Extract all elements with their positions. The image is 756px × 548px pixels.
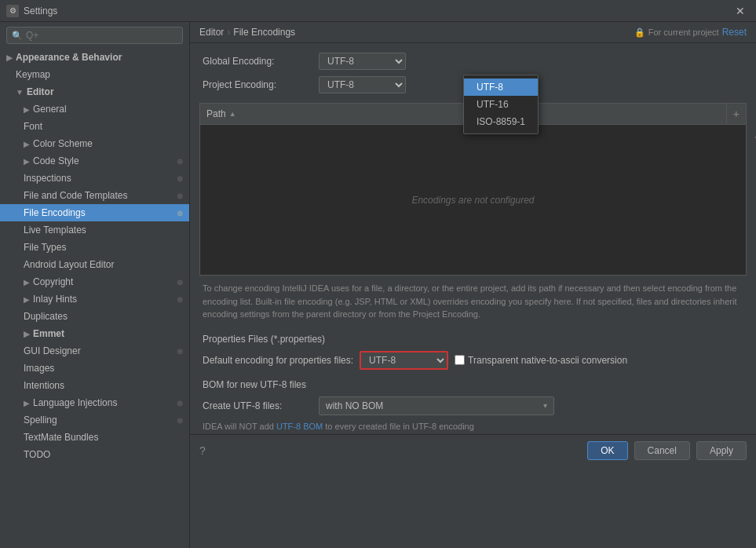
bom-create-row: Create UTF-8 files: with NO BOM ▾ <box>190 393 756 418</box>
close-button[interactable]: ✕ <box>731 3 750 19</box>
sidebar-item-color-scheme[interactable]: ▶ Color Scheme <box>0 135 189 152</box>
bom-section-title: BOM for new UTF-8 files <box>190 373 756 393</box>
bom-link[interactable]: UTF-8 BOM <box>276 422 323 431</box>
bom-create-select-wrapper[interactable]: with NO BOM ▾ <box>319 396 554 415</box>
properties-encoding-select-wrapper: UTF-8 UTF-16 ISO-8859-1 <box>360 351 448 370</box>
breadcrumb-parent: Editor <box>199 27 224 38</box>
popup-option-utf16[interactable]: UTF-16 <box>464 96 538 113</box>
bom-note-prefix: IDEA will NOT add <box>203 422 276 431</box>
chevron-down-icon: ▾ <box>543 401 547 410</box>
transparent-checkbox-row: Transparent native-to-ascii conversion <box>455 355 627 366</box>
transparent-label: Transparent native-to-ascii conversion <box>468 355 627 366</box>
th-path: Path ▲ <box>200 104 463 123</box>
search-icon: 🔍 <box>12 31 23 41</box>
sidebar-item-language-injections[interactable]: ▶ Language Injections ⊕ <box>0 394 189 411</box>
sidebar-item-appearance[interactable]: ▶ Appearance & Behavior <box>0 49 189 66</box>
sidebar-item-copyright[interactable]: ▶ Copyright ⊕ <box>0 273 189 290</box>
info-text: To change encoding IntelliJ IDEA uses fo… <box>190 276 756 327</box>
transparent-checkbox[interactable] <box>455 355 465 365</box>
global-encoding-row: Global Encoding: UTF-8 UTF-16 ISO-8859-1 <box>203 53 743 70</box>
app-icon: ⚙ <box>6 5 19 17</box>
global-encoding-label: Global Encoding: <box>203 56 312 67</box>
bom-note: IDEA will NOT add UTF-8 BOM to every cre… <box>190 418 756 434</box>
sidebar: 🔍 ▶ Appearance & Behavior Keymap ▼ Edito… <box>0 22 190 548</box>
sidebar-item-gui-designer[interactable]: GUI Designer ⊕ <box>0 342 189 360</box>
sidebar-item-images[interactable]: Images <box>0 360 189 377</box>
properties-encoding-select[interactable]: UTF-8 UTF-16 ISO-8859-1 <box>361 353 447 368</box>
sidebar-item-file-encodings[interactable]: File Encodings ⊕ <box>0 204 189 221</box>
bom-create-value: with NO BOM <box>326 400 383 411</box>
nav-tree: ▶ Appearance & Behavior Keymap ▼ Editor … <box>0 49 189 548</box>
add-encoding-button[interactable]: + <box>726 104 746 124</box>
default-encoding-label: Default encoding for properties files: <box>203 355 353 366</box>
sidebar-item-general[interactable]: ▶ General <box>0 100 189 118</box>
project-indicator-text: For current project <box>648 27 719 37</box>
cancel-button[interactable]: Cancel <box>634 441 690 460</box>
search-input[interactable] <box>26 30 177 41</box>
bottom-bar: ? OK Cancel Apply <box>190 434 756 466</box>
sidebar-item-keymap[interactable]: Keymap <box>0 66 189 83</box>
global-encoding-select[interactable]: UTF-8 UTF-16 ISO-8859-1 <box>319 53 406 70</box>
titlebar: ⚙ Settings ✕ <box>0 0 756 22</box>
search-box[interactable]: 🔍 <box>6 27 183 44</box>
bom-create-label: Create UTF-8 files: <box>203 400 312 411</box>
empty-message: Encodings are not configured <box>411 195 534 206</box>
properties-encoding-row: Default encoding for properties files: U… <box>190 348 756 373</box>
sidebar-item-intentions[interactable]: Intentions <box>0 377 189 394</box>
sidebar-item-inlay-hints[interactable]: ▶ Inlay Hints ⊕ <box>0 290 189 308</box>
popup-option-utf8[interactable]: UTF-8 <box>464 79 538 96</box>
settings-window: ⚙ Settings ✕ 🔍 ▶ Appearance & Behavior K… <box>0 0 756 548</box>
sidebar-item-code-style[interactable]: ▶ Code Style ⊕ <box>0 152 189 170</box>
project-encoding-label: Project Encoding: <box>203 79 312 90</box>
sidebar-item-font[interactable]: Font <box>0 118 189 135</box>
project-encoding-select[interactable]: UTF-8 UTF-16 ISO-8859-1 <box>319 76 406 93</box>
sidebar-item-live-templates[interactable]: Live Templates <box>0 221 189 239</box>
project-encoding-dropdown-wrapper: UTF-8 UTF-16 ISO-8859-1 <box>319 76 406 93</box>
properties-section-title: Properties Files (*.properties) <box>190 327 756 348</box>
main-content: 🔍 ▶ Appearance & Behavior Keymap ▼ Edito… <box>0 22 756 548</box>
breadcrumb: Editor › File Encodings <box>199 27 615 38</box>
sidebar-item-todo[interactable]: TODO <box>0 446 189 463</box>
ok-button[interactable]: OK <box>587 441 627 460</box>
window-title: Settings <box>24 5 726 16</box>
sidebar-item-file-code-templates[interactable]: File and Code Templates ⊕ <box>0 187 189 204</box>
encoding-dropdown-popup: UTF-8 UTF-16 ISO-8859-1 <box>463 75 539 134</box>
popup-option-iso[interactable]: ISO-8859-1 <box>464 113 538 130</box>
sidebar-item-duplicates[interactable]: Duplicates <box>0 308 189 325</box>
sidebar-item-android-layout-editor[interactable]: Android Layout Editor <box>0 256 189 273</box>
breadcrumb-separator: › <box>227 27 230 38</box>
help-icon[interactable]: ? <box>199 444 206 457</box>
right-panel: Editor › File Encodings 🔒 For current pr… <box>190 22 756 548</box>
sidebar-item-file-types[interactable]: File Types <box>0 239 189 256</box>
sidebar-item-inspections[interactable]: Inspections ⊕ <box>0 170 189 187</box>
sidebar-item-textmate-bundles[interactable]: TextMate Bundles <box>0 429 189 446</box>
global-encoding-dropdown-wrapper: UTF-8 UTF-16 ISO-8859-1 <box>319 53 406 70</box>
panel-header: Editor › File Encodings 🔒 For current pr… <box>190 22 756 43</box>
project-indicator: 🔒 For current project <box>634 27 719 38</box>
sidebar-item-spelling[interactable]: Spelling ⊕ <box>0 411 189 429</box>
reset-link[interactable]: Reset <box>722 27 747 38</box>
lock-icon: 🔒 <box>634 27 645 38</box>
table-body: Encodings are not configured ✏ <box>200 125 746 275</box>
sidebar-item-editor[interactable]: ▼ Editor <box>0 83 189 100</box>
bom-note-suffix: to every created file in UTF-8 encoding <box>323 422 474 431</box>
apply-button[interactable]: Apply <box>696 441 747 460</box>
sidebar-item-emmet[interactable]: ▶ Emmet <box>0 325 189 342</box>
breadcrumb-current: File Encodings <box>233 27 295 38</box>
sort-arrow-icon: ▲ <box>229 110 236 118</box>
